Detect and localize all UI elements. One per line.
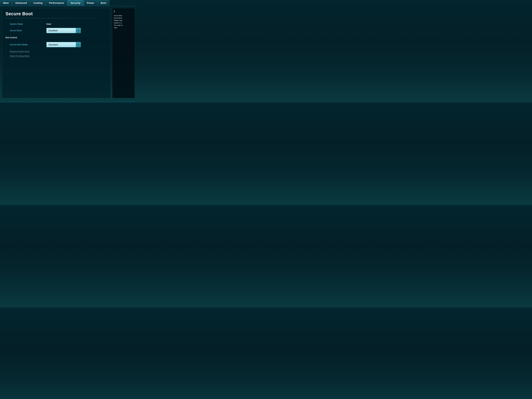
not-active-label: Not Active	[6, 35, 17, 40]
tab-performance[interactable]: Performance	[46, 0, 67, 6]
settings-rows: System Mode User Secure Boot Disabled En…	[6, 21, 107, 59]
secure-boot-mode-row: Secure Boot Mode Standard Custom	[6, 41, 107, 48]
tab-bar: Main Advanced Cooling Performance Securi…	[0, 0, 137, 6]
info-line-2: Secure Boot	[114, 17, 122, 19]
info-panel-title: I	[114, 10, 133, 13]
tab-cooling[interactable]: Cooling	[30, 0, 46, 6]
secure-boot-dropdown-container: Disabled Enabled	[46, 28, 81, 33]
panel-title: Secure Boot	[6, 11, 107, 16]
info-line-3: Platform Key	[114, 19, 122, 21]
system-mode-label: System Mode	[6, 23, 46, 25]
panel-divider	[6, 18, 107, 18]
info-panel-text: Secure Boot Secure Boot Platform Key Sys…	[114, 14, 133, 29]
secure-boot-row: Secure Boot Disabled Enabled	[6, 27, 107, 34]
bottom-bar	[0, 100, 137, 102]
system-mode-row: System Mode User	[6, 21, 107, 27]
info-line-1: Secure Boot	[114, 15, 122, 16]
tab-security[interactable]: Security	[68, 0, 83, 6]
main-area: Secure Boot System Mode User Secure Boot…	[0, 6, 137, 100]
system-mode-value: User	[46, 23, 51, 25]
secure-boot-mode-label: Secure Boot Mode	[6, 43, 46, 46]
link-buttons-row: Restore Factory Keys Reset To Setup Mode	[6, 48, 107, 59]
secure-boot-label: Secure Boot	[6, 29, 46, 32]
info-line-6: reset	[114, 27, 117, 29]
tab-boot[interactable]: Boot	[98, 0, 109, 6]
info-panel: I Secure Boot Secure Boot Platform Key S…	[112, 8, 135, 98]
tab-power[interactable]: Power	[84, 0, 97, 6]
secure-boot-dropdown[interactable]: Disabled Enabled	[46, 28, 81, 33]
reset-to-setup-mode-button[interactable]: Reset To Setup Mode	[6, 54, 29, 58]
tab-advanced[interactable]: Advanced	[12, 0, 30, 6]
info-line-4: System is in	[114, 22, 122, 24]
secure-boot-mode-dropdown-container: Standard Custom	[46, 42, 81, 47]
not-active-row: Not Active	[6, 34, 107, 41]
info-line-5: The mode ch	[114, 25, 123, 26]
restore-factory-keys-button[interactable]: Restore Factory Keys	[6, 50, 30, 53]
secure-boot-mode-dropdown[interactable]: Standard Custom	[46, 42, 81, 47]
settings-panel: Secure Boot System Mode User Secure Boot…	[2, 8, 111, 98]
tab-main[interactable]: Main	[0, 0, 12, 6]
